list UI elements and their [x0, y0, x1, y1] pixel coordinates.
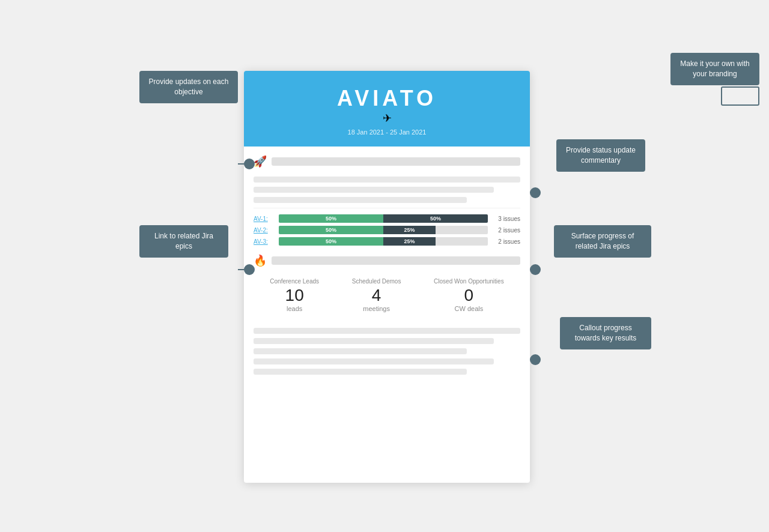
kr-section: 🔥	[254, 254, 520, 267]
callout-updates: Provide updates on each objective	[139, 71, 238, 103]
text-placeholder-6	[254, 348, 467, 354]
callout-progress-text: Surface progress of related Jira epics	[571, 232, 634, 250]
text-placeholder-4	[254, 328, 520, 334]
jira-id-3[interactable]: AV-3:	[254, 238, 275, 245]
metric-unit-1: leads	[270, 305, 319, 312]
line-updates	[238, 163, 246, 165]
metric-label-1: Conference Leads	[270, 278, 319, 285]
jira-section: AV-1: 50% 50% 3 issues AV-2: 50% 25% 2 i…	[254, 214, 520, 246]
callout-jira-text: Link to related Jira epics	[154, 232, 213, 250]
bottom-bars	[254, 328, 520, 375]
text-placeholder-8	[254, 369, 467, 375]
logo-text: AVIATO	[256, 88, 518, 109]
callout-branding: Make it your own with your branding	[670, 53, 759, 85]
callout-jira: Link to related Jira epics	[139, 225, 228, 258]
jira-id-2[interactable]: AV-2:	[254, 227, 275, 234]
text-placeholder-1	[254, 177, 520, 183]
callout-updates-text: Provide updates on each objective	[149, 77, 229, 96]
line-jira	[238, 269, 246, 270]
callout-progress: Surface progress of related Jira epics	[554, 225, 651, 258]
rocket-icon-1: 🚀	[254, 155, 267, 168]
fire-icon: 🔥	[254, 254, 267, 267]
metric-scheduled-demos: Scheduled Demos 4 meetings	[352, 278, 401, 312]
metric-unit-2: meetings	[352, 305, 401, 312]
kr-title-bar-1	[272, 256, 520, 265]
kr-row-1: 🔥	[254, 254, 520, 267]
date-range: 18 Jan 2021 - 25 Jan 2021	[256, 128, 518, 136]
divider-1	[254, 208, 520, 208]
jira-seg-dark-3: 25%	[383, 237, 436, 246]
metric-closed-won: Closed Won Opportunities 0 CW deals	[434, 278, 504, 312]
card-header: AVIATO ✈ 18 Jan 2021 - 25 Jan 2021	[244, 71, 530, 147]
jira-issues-2: 2 issues	[491, 227, 520, 234]
jira-seg-green-2: 50%	[279, 226, 383, 234]
jira-seg-green-3: 50%	[279, 237, 383, 246]
metric-conference-leads: Conference Leads 10 leads	[270, 278, 319, 312]
metrics-row: Conference Leads 10 leads Scheduled Demo…	[254, 273, 520, 321]
callout-keyresults: Callout progress towards key results	[560, 317, 651, 349]
jira-row-2: AV-2: 50% 25% 2 issues	[254, 226, 520, 234]
jira-bar-track-1: 50% 50%	[279, 214, 488, 223]
jira-seg-dark-2: 25%	[383, 226, 436, 234]
text-placeholder-3	[254, 197, 467, 203]
callout-keyresults-text: Callout progress towards key results	[575, 324, 637, 342]
branding-box-sample	[721, 86, 759, 106]
obj-title-bar-1	[272, 157, 520, 166]
jira-row-1: AV-1: 50% 50% 3 issues	[254, 214, 520, 223]
text-placeholder-2	[254, 187, 494, 193]
jira-id-1[interactable]: AV-1:	[254, 216, 275, 222]
plane-icon: ✈	[256, 112, 518, 125]
line-progress	[530, 269, 538, 270]
card-body: 🚀 AV-1: 50% 50% 3 issues AV-	[244, 147, 530, 387]
callout-branding-text: Make it your own with your branding	[680, 59, 749, 78]
metric-label-2: Scheduled Demos	[352, 278, 401, 285]
scene: AVIATO ✈ 18 Jan 2021 - 25 Jan 2021 🚀 AV-…	[0, 0, 769, 532]
text-placeholder-5	[254, 338, 494, 344]
line-status	[530, 192, 538, 193]
metric-unit-3: CW deals	[434, 305, 504, 312]
objective-row-1: 🚀	[254, 155, 520, 168]
callout-status: Provide status update commentary	[556, 139, 645, 172]
metric-label-3: Closed Won Opportunities	[434, 278, 504, 285]
jira-seg-green-1: 50%	[279, 214, 383, 223]
text-placeholder-7	[254, 358, 494, 364]
jira-issues-1: 3 issues	[491, 216, 520, 222]
jira-bar-track-3: 50% 25%	[279, 237, 488, 246]
jira-issues-3: 2 issues	[491, 238, 520, 245]
callout-status-text: Provide status update commentary	[566, 146, 636, 165]
line-keyresults	[530, 359, 538, 360]
main-card: AVIATO ✈ 18 Jan 2021 - 25 Jan 2021 🚀 AV-…	[244, 71, 530, 483]
metric-value-2: 4	[352, 287, 401, 304]
metric-value-1: 10	[270, 287, 319, 304]
jira-bar-track-2: 50% 25%	[279, 226, 488, 234]
jira-row-3: AV-3: 50% 25% 2 issues	[254, 237, 520, 246]
metric-value-3: 0	[434, 287, 504, 304]
jira-seg-dark-1: 50%	[383, 214, 488, 223]
